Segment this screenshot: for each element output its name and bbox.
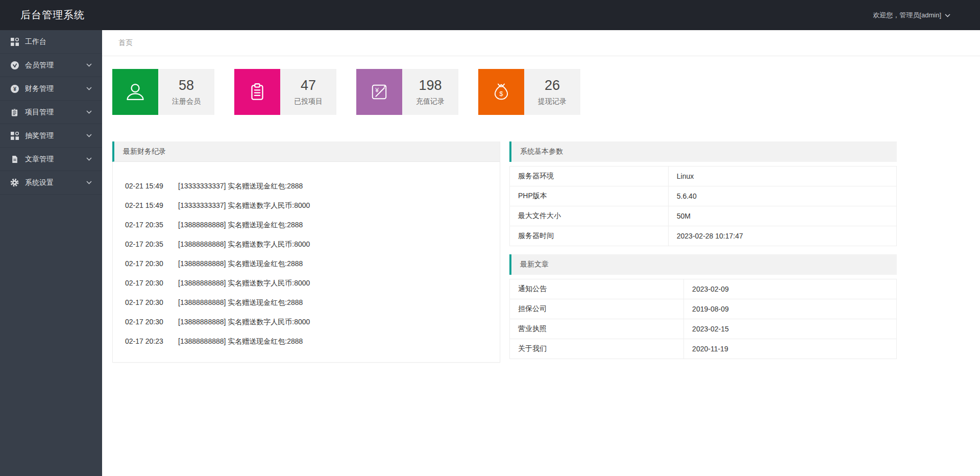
param-value: 50M: [668, 206, 896, 226]
record-time: 02-21 15:49: [125, 176, 173, 196]
finance-records-panel: 最新财务纪录 02-21 15:49[13333333337] 实名赠送现金红包…: [112, 141, 500, 363]
user-menu[interactable]: 欢迎您，管理员[admin]: [873, 11, 980, 20]
sidebar-item-label: 项目管理: [25, 108, 54, 117]
sidebar-item-finance[interactable]: ¥ 财务管理: [0, 77, 102, 101]
sidebar-item-lottery[interactable]: 抽奖管理: [0, 124, 102, 148]
sidebar-item-label: 文章管理: [25, 155, 54, 164]
clipboard-icon: [234, 69, 280, 115]
table-row: 营业执照2023-02-15: [510, 319, 897, 339]
article-title: 担保公司: [510, 299, 684, 319]
stat-card-members[interactable]: 58 注册会员: [112, 69, 214, 115]
record-text: [13888888888] 实名赠送现金红包:2888: [178, 254, 303, 273]
stat-card-info: 47 已投项目: [280, 69, 336, 115]
stat-value: 47: [301, 78, 316, 93]
record-text: [13888888888] 实名赠送数字人民币:8000: [178, 312, 310, 331]
record-text: [13333333337] 实名赠送数字人民币:8000: [178, 196, 310, 215]
record-time: 02-17 20:30: [125, 273, 173, 293]
recharge-card-icon: ¥: [356, 69, 402, 115]
article-date: 2023-02-15: [684, 319, 897, 339]
stat-label: 已投项目: [294, 97, 323, 106]
stat-card-recharge-records[interactable]: ¥ 198 充值记录: [356, 69, 458, 115]
article-date: 2020-11-19: [684, 339, 897, 359]
article-title: 关于我们: [510, 339, 684, 359]
stat-card-withdraw-records[interactable]: $ 26 提现记录: [478, 69, 580, 115]
table-row: 最大文件大小50M: [510, 206, 897, 226]
svg-text:¥: ¥: [13, 86, 16, 92]
panel-title: 最新财务纪录: [123, 147, 166, 156]
record-time: 02-17 20:30: [125, 293, 173, 312]
chevron-down-icon: [86, 87, 92, 90]
gear-icon: [10, 178, 19, 187]
param-value: Linux: [668, 166, 896, 186]
record-text: [13888888888] 实名赠送现金红包:2888: [178, 215, 303, 234]
yuan-circle-icon: ¥: [10, 84, 19, 93]
panel-title: 最新文章: [520, 260, 549, 269]
finance-record-row: 02-17 20:30[13888888888] 实名赠送现金红包:2888: [113, 293, 500, 312]
record-time: 02-21 15:49: [125, 196, 173, 215]
sidebar-item-label: 会员管理: [25, 61, 54, 70]
finance-panel-header: 最新财务纪录: [112, 141, 500, 162]
clipboard-icon: [10, 108, 19, 116]
latest-articles-table: 通知公告2023-02-09 担保公司2019-08-09 营业执照2023-0…: [509, 279, 897, 359]
record-text: [13888888888] 实名赠送现金红包:2888: [178, 293, 303, 312]
stat-card-invested-projects[interactable]: 47 已投项目: [234, 69, 336, 115]
finance-record-row: 02-21 15:49[13333333337] 实名赠送现金红包:2888: [113, 176, 500, 196]
stat-label: 充值记录: [416, 97, 445, 106]
table-row: 服务器时间2023-02-28 10:17:47: [510, 226, 897, 246]
table-row: 通知公告2023-02-09: [510, 279, 897, 299]
table-row: 关于我们2020-11-19: [510, 339, 897, 359]
param-value: 2023-02-28 10:17:47: [668, 226, 896, 246]
system-params-header: 系统基本参数: [509, 141, 897, 162]
sidebar-item-projects[interactable]: 项目管理: [0, 101, 102, 124]
grid-icon: [10, 131, 19, 140]
sidebar-item-label: 工作台: [25, 37, 46, 46]
param-label: 最大文件大小: [510, 206, 669, 226]
table-row: PHP版本5.6.40: [510, 186, 897, 206]
member-check-icon: [10, 61, 19, 69]
finance-record-list: 02-21 15:49[13333333337] 实名赠送现金红包:2888 0…: [113, 162, 500, 362]
document-icon: [10, 155, 19, 163]
article-title: 营业执照: [510, 319, 684, 339]
stat-value: 198: [419, 78, 442, 93]
stat-label: 提现记录: [538, 97, 567, 106]
record-time: 02-17 20:35: [125, 234, 173, 254]
svg-text:¥: ¥: [375, 87, 379, 94]
chevron-down-icon: [86, 110, 92, 114]
record-time: 02-17 20:30: [125, 312, 173, 331]
record-time: 02-17 20:23: [125, 331, 173, 351]
main-content: 首页 58 注册会员: [102, 30, 980, 476]
welcome-text: 欢迎您，管理员[admin]: [873, 11, 941, 20]
param-value: 5.6.40: [668, 186, 896, 206]
sidebar-item-label: 系统设置: [25, 178, 54, 187]
sidebar-item-workbench[interactable]: 工作台: [0, 30, 102, 54]
svg-text:$: $: [499, 90, 503, 98]
panel-title: 系统基本参数: [520, 147, 563, 156]
article-date: 2023-02-09: [684, 279, 897, 299]
stat-label: 注册会员: [172, 97, 201, 106]
stat-card-info: 58 注册会员: [158, 69, 214, 115]
sidebar-item-label: 财务管理: [25, 84, 54, 93]
chevron-down-icon: [86, 181, 92, 184]
record-time: 02-17 20:30: [125, 254, 173, 273]
table-row: 担保公司2019-08-09: [510, 299, 897, 319]
breadcrumb-home-link[interactable]: 首页: [118, 38, 133, 47]
chevron-down-icon: [86, 157, 92, 161]
sidebar-item-articles[interactable]: 文章管理: [0, 148, 102, 171]
finance-record-row: 02-21 15:49[13333333337] 实名赠送数字人民币:8000: [113, 196, 500, 215]
money-bag-icon: $: [478, 69, 524, 115]
chevron-down-icon: [86, 63, 92, 67]
right-column: 系统基本参数 服务器环境Linux PHP版本5.6.40 最大文件大小50M …: [509, 141, 897, 363]
sidebar-item-settings[interactable]: 系统设置: [0, 171, 102, 195]
finance-record-row: 02-17 20:35[13888888888] 实名赠送现金红包:2888: [113, 215, 500, 234]
sidebar-item-members[interactable]: 会员管理: [0, 54, 102, 77]
finance-record-row: 02-17 20:30[13888888888] 实名赠送数字人民币:8000: [113, 312, 500, 331]
record-text: [13888888888] 实名赠送数字人民币:8000: [178, 273, 310, 293]
finance-record-row: 02-17 20:35[13888888888] 实名赠送数字人民币:8000: [113, 234, 500, 254]
grid-icon: [10, 37, 19, 46]
finance-record-row: 02-17 20:23[13888888888] 实名赠送现金红包:2888: [113, 331, 500, 351]
app-title: 后台管理系统: [0, 8, 85, 22]
record-text: [13888888888] 实名赠送现金红包:2888: [178, 331, 303, 351]
table-row: 服务器环境Linux: [510, 166, 897, 186]
record-time: 02-17 20:35: [125, 215, 173, 234]
stat-value: 26: [545, 78, 560, 93]
